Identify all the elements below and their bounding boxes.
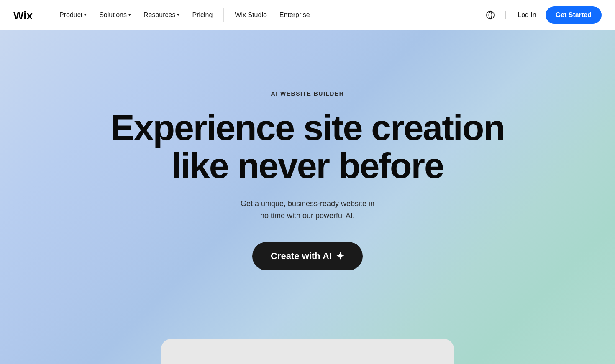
hero-cta-label: Create with AI: [271, 251, 332, 262]
nav-right: | Log In Get Started: [483, 6, 602, 24]
sparkle-icon: ✦: [336, 250, 344, 262]
login-link[interactable]: Log In: [513, 8, 540, 22]
nav-item-solutions[interactable]: Solutions ▾: [94, 8, 136, 22]
nav-divider: [223, 8, 224, 22]
hero-title-line1: Experience site creation: [110, 107, 504, 148]
hero-subtitle: Get a unique, business-ready website in …: [241, 198, 374, 222]
globe-icon[interactable]: [483, 8, 498, 23]
hero-subtitle-line1: Get a unique, business-ready website in: [241, 199, 374, 208]
wix-logo[interactable]: Wix: [13, 9, 38, 21]
nav-item-resources[interactable]: Resources ▾: [138, 8, 184, 22]
nav-item-enterprise[interactable]: Enterprise: [274, 8, 315, 22]
nav-item-pricing[interactable]: Pricing: [187, 8, 218, 22]
chevron-down-icon: ▾: [177, 12, 179, 18]
get-started-button[interactable]: Get Started: [546, 6, 602, 24]
hero-subtitle-line2: no time with our powerful AI.: [260, 211, 355, 220]
chevron-down-icon: ▾: [84, 12, 87, 18]
chevron-down-icon: ▾: [128, 12, 131, 18]
nav-item-product[interactable]: Product ▾: [54, 8, 92, 22]
create-with-ai-button[interactable]: Create with AI ✦: [252, 242, 363, 270]
nav-item-wix-studio[interactable]: Wix Studio: [230, 8, 272, 22]
hero-section: AI WEBSITE BUILDER Experience site creat…: [0, 30, 615, 364]
svg-text:Wix: Wix: [13, 9, 33, 21]
hero-title: Experience site creation like never befo…: [110, 109, 504, 184]
nav-links: Product ▾ Solutions ▾ Resources ▾ Pricin…: [54, 8, 483, 22]
navigation: Wix Product ▾ Solutions ▾ Resources ▾ Pr…: [0, 0, 615, 30]
hero-title-line2: like never before: [172, 145, 443, 186]
hero-eyebrow: AI WEBSITE BUILDER: [271, 90, 344, 97]
nav-pipe-divider: |: [505, 10, 507, 20]
